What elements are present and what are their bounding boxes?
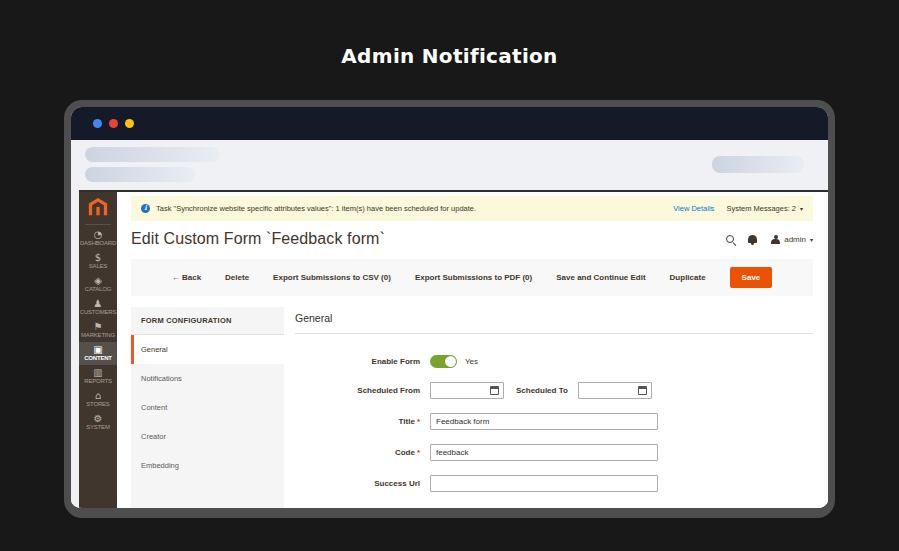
code-label: Code* <box>295 448 430 457</box>
calendar-icon[interactable] <box>638 386 647 395</box>
customers-icon: ♟ <box>79 298 117 309</box>
browser-chrome <box>71 140 828 190</box>
form-configuration-title: FORM CONFIGURATION <box>131 307 284 335</box>
code-row: Code* <box>295 444 813 461</box>
page-header: Edit Custom Form `Feedback form` admin ▾ <box>131 230 813 248</box>
tab-embedding[interactable]: Embedding <box>131 451 284 480</box>
enable-form-row: Enable Form Yes <box>295 355 813 368</box>
sidebar-item-stores[interactable]: ⌂ STORES <box>79 388 117 411</box>
search-icon[interactable] <box>726 235 734 243</box>
enable-form-label: Enable Form <box>295 357 430 366</box>
notification-message: Task "Synchronize website specific attri… <box>156 204 673 213</box>
code-input[interactable] <box>430 444 658 461</box>
view-details-link[interactable]: View Details <box>673 204 714 213</box>
sidebar-item-sales[interactable]: $ SALES <box>79 250 117 273</box>
tab-general[interactable]: General <box>131 335 284 364</box>
sidebar-item-label: REPORTS <box>79 378 117 385</box>
chevron-down-icon[interactable]: ▾ <box>800 205 803 212</box>
back-button[interactable]: ← Back <box>172 273 201 282</box>
action-toolbar: ← Back Delete Export Submissions to CSV … <box>131 259 813 296</box>
sidebar-item-label: STORES <box>79 401 117 408</box>
back-label: Back <box>182 273 201 282</box>
enable-form-toggle[interactable] <box>430 355 457 368</box>
magento-sidebar: ◔ DASHBOARD $ SALES ◈ CATALOG ♟ CUSTOMER… <box>79 192 117 511</box>
title-label-text: Title <box>399 417 415 426</box>
magento-logo-icon[interactable] <box>87 197 109 219</box>
sidebar-item-system[interactable]: ⚙ SYSTEM <box>79 411 117 434</box>
window-dot-red[interactable] <box>109 119 118 128</box>
browser-window: ◔ DASHBOARD $ SALES ◈ CATALOG ♟ CUSTOMER… <box>64 100 835 518</box>
schedule-row: Scheduled From Scheduled To <box>295 382 813 399</box>
skeleton-pill <box>712 156 804 173</box>
window-dot-blue[interactable] <box>93 119 102 128</box>
sidebar-item-catalog[interactable]: ◈ CATALOG <box>79 273 117 296</box>
tab-notifications[interactable]: Notifications <box>131 364 284 393</box>
system-messages-count: System Messages: 2 <box>726 204 796 213</box>
sidebar-item-label: MARKETING <box>79 332 117 339</box>
calendar-icon[interactable] <box>490 386 499 395</box>
sidebar-item-content[interactable]: ▣ CONTENT <box>79 342 117 365</box>
toggle-knob <box>445 356 456 367</box>
window-dot-yellow[interactable] <box>125 119 134 128</box>
general-form: General Enable Form Yes Scheduled From <box>295 307 813 511</box>
system-messages-bar: i Task "Synchronize website specific att… <box>131 196 813 221</box>
save-continue-button[interactable]: Save and Continue Edit <box>556 273 645 282</box>
tab-content[interactable]: Content <box>131 393 284 422</box>
sidebar-item-reports[interactable]: ▥ REPORTS <box>79 365 117 388</box>
export-pdf-button[interactable]: Export Submissions to PDF (0) <box>415 273 532 282</box>
scheduled-to-label: Scheduled To <box>516 386 568 395</box>
person-icon <box>771 235 780 244</box>
required-asterisk: * <box>417 417 420 426</box>
edit-form-title: Edit Custom Form `Feedback form` <box>131 230 385 248</box>
bell-icon[interactable] <box>748 235 757 243</box>
success-url-row: Success Url <box>295 475 813 492</box>
admin-user-menu[interactable]: admin ▾ <box>771 235 813 244</box>
sidebar-item-label: CATALOG <box>79 286 117 293</box>
sidebar-item-label: SYSTEM <box>79 424 117 431</box>
export-csv-button[interactable]: Export Submissions to CSV (0) <box>273 273 391 282</box>
admin-shell: ◔ DASHBOARD $ SALES ◈ CATALOG ♟ CUSTOMER… <box>71 190 828 511</box>
sidebar-item-label: CONTENT <box>79 355 117 362</box>
stores-icon: ⌂ <box>79 390 117 401</box>
scheduled-from-label: Scheduled From <box>295 386 430 395</box>
save-button[interactable]: Save <box>730 267 773 288</box>
delete-button[interactable]: Delete <box>225 273 249 282</box>
reports-icon: ▥ <box>79 367 117 378</box>
info-icon: i <box>141 204 150 213</box>
marketing-icon: ⚑ <box>79 321 117 332</box>
sidebar-item-label: DASHBOARD <box>79 240 117 247</box>
sidebar-divider <box>85 224 111 225</box>
duplicate-button[interactable]: Duplicate <box>670 273 706 282</box>
success-url-label: Success Url <box>295 479 430 488</box>
dashboard-icon: ◔ <box>79 229 117 240</box>
window-titlebar <box>71 107 828 140</box>
sidebar-item-label: SALES <box>79 263 117 270</box>
form-configuration-panel: FORM CONFIGURATION General Notifications… <box>131 307 284 511</box>
back-arrow-icon: ← <box>172 273 180 282</box>
title-label: Title* <box>295 417 430 426</box>
content-icon: ▣ <box>79 344 117 355</box>
content-area: FORM CONFIGURATION General Notifications… <box>131 307 813 511</box>
username: admin <box>784 235 806 244</box>
section-title: General <box>295 307 813 334</box>
sidebar-item-marketing[interactable]: ⚑ MARKETING <box>79 319 117 342</box>
success-url-input[interactable] <box>430 475 658 492</box>
tab-creator[interactable]: Creator <box>131 422 284 451</box>
admin-main: i Task "Synchronize website specific att… <box>117 192 828 511</box>
sidebar-item-label: CUSTOMERS <box>79 309 117 316</box>
skeleton-pill <box>85 147 220 162</box>
chevron-down-icon: ▾ <box>810 236 813 243</box>
toggle-value: Yes <box>465 357 478 366</box>
skeleton-pill <box>85 167 195 182</box>
catalog-icon: ◈ <box>79 275 117 286</box>
code-label-text: Code <box>395 448 415 457</box>
page-title: Admin Notification <box>0 44 899 68</box>
system-icon: ⚙ <box>79 413 117 424</box>
required-asterisk: * <box>417 448 420 457</box>
sales-icon: $ <box>79 252 117 263</box>
title-input[interactable] <box>430 413 658 430</box>
sidebar-item-dashboard[interactable]: ◔ DASHBOARD <box>79 227 117 250</box>
sidebar-item-customers[interactable]: ♟ CUSTOMERS <box>79 296 117 319</box>
title-row: Title* <box>295 413 813 430</box>
